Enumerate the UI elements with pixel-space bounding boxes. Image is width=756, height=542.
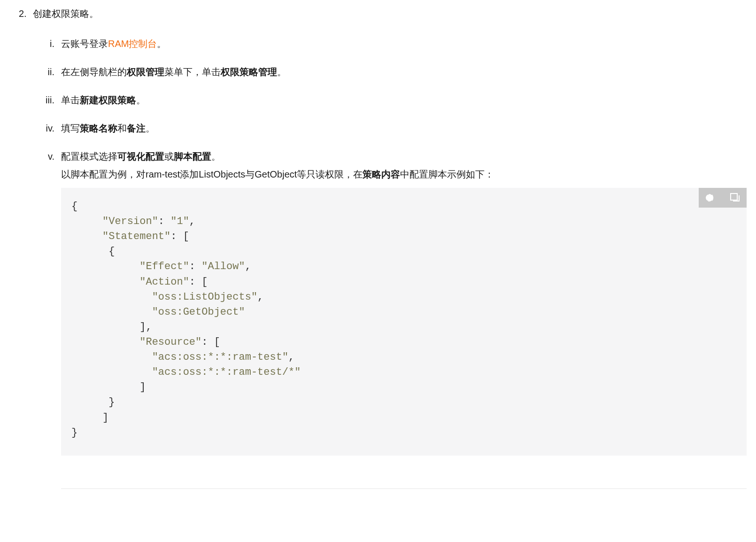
text: 以脚本配置为例，对ram-test添加ListObjects与GetObject… xyxy=(61,169,363,179)
marker-iii: iii. xyxy=(33,91,54,109)
text: 菜单下，单击 xyxy=(164,67,221,77)
step-2: 2. 创建权限策略。 i. 云账号登录RAM控制台。 ii. 在左侧导航栏的权限… xyxy=(9,5,747,456)
step-title: 创建权限策略。 xyxy=(33,5,747,23)
code-content: { "Version": "1", "Statement": [ { "Effe… xyxy=(61,188,747,456)
text: 填写 xyxy=(61,123,80,133)
bold-new-policy: 新建权限策略 xyxy=(80,95,136,105)
text: 。 xyxy=(157,39,166,49)
bold-policy-name: 策略名称 xyxy=(80,123,117,133)
substep-ii: ii. 在左侧导航栏的权限管理菜单下，单击权限策略管理。 xyxy=(33,63,747,81)
copy-icon[interactable] xyxy=(730,193,740,203)
substep-iv: iv. 填写策略名称和备注。 xyxy=(33,119,747,137)
substep-iii: iii. 单击新建权限策略。 xyxy=(33,91,747,109)
text: 。 xyxy=(211,151,221,162)
step-marker: 2. xyxy=(19,5,27,23)
text: 单击 xyxy=(61,95,80,105)
text: 配置模式选择 xyxy=(61,151,117,162)
marker-iv: iv. xyxy=(33,119,54,137)
ram-console-link[interactable]: RAM控制台 xyxy=(108,39,157,49)
bold-remark: 备注 xyxy=(127,123,146,133)
text: 。 xyxy=(277,67,286,77)
bold-visual-config: 可视化配置 xyxy=(117,151,164,162)
text: 和 xyxy=(117,123,127,133)
bold-script-config: 脚本配置 xyxy=(174,151,211,162)
text: 云账号登录 xyxy=(61,39,108,49)
substep-v-line2: 以脚本配置为例，对ram-test添加ListObjects与GetObject… xyxy=(61,165,747,183)
substep-v: v. 配置模式选择可视化配置或脚本配置。 以脚本配置为例，对ram-test添加… xyxy=(33,147,747,456)
text: 中配置脚本示例如下： xyxy=(400,169,494,179)
bold-policy-content: 策略内容 xyxy=(363,169,400,179)
svg-rect-1 xyxy=(731,194,737,200)
bold-permission-mgmt: 权限管理 xyxy=(127,67,164,77)
substep-ii-text: 在左侧导航栏的权限管理菜单下，单击权限策略管理。 xyxy=(61,63,747,81)
theme-toggle-icon[interactable] xyxy=(705,193,719,202)
code-toolbar xyxy=(699,188,747,208)
text: 或 xyxy=(164,151,174,162)
substep-i-text: 云账号登录RAM控制台。 xyxy=(61,35,747,53)
substep-i: i. 云账号登录RAM控制台。 xyxy=(33,35,747,53)
marker-i: i. xyxy=(33,35,54,53)
divider xyxy=(61,488,747,489)
code-block: { "Version": "1", "Statement": [ { "Effe… xyxy=(61,188,747,456)
substep-iii-text: 单击新建权限策略。 xyxy=(61,91,747,109)
bold-policy-mgmt: 权限策略管理 xyxy=(221,67,277,77)
text: 。 xyxy=(136,95,146,105)
marker-ii: ii. xyxy=(33,63,54,81)
text: 。 xyxy=(146,123,155,133)
substep-iv-text: 填写策略名称和备注。 xyxy=(61,119,747,137)
text: 在左侧导航栏的 xyxy=(61,67,127,77)
marker-v: v. xyxy=(33,147,54,165)
substep-v-line1: 配置模式选择可视化配置或脚本配置。 xyxy=(61,147,747,165)
